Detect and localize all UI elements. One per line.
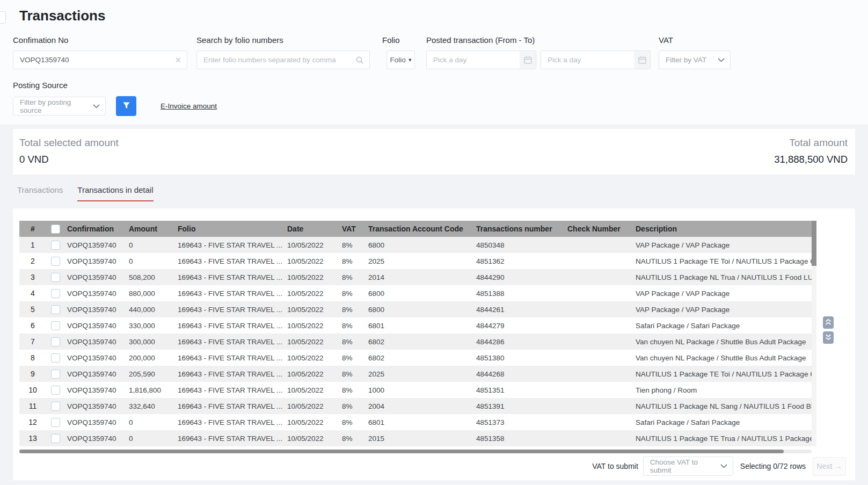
scroll-to-top-button[interactable]	[823, 316, 834, 329]
cell-confirmation: VOPQ1359740	[64, 301, 126, 317]
cell-date: 10/05/2022	[285, 366, 339, 382]
posting-source-dropdown[interactable]: Filter by posting source	[13, 97, 106, 115]
cell-folio: 169643 - FIVE STAR TRAVEL ...	[175, 366, 285, 382]
table-row: 9VOPQ1359740205,590169643 - FIVE STAR TR…	[19, 366, 812, 382]
cell-description: VAP Package / VAP Package	[633, 301, 812, 317]
calendar-icon[interactable]	[634, 51, 650, 69]
horizontal-scrollbar-thumb[interactable]	[19, 450, 784, 453]
cell-check_number	[565, 317, 633, 334]
cell-num: 8	[19, 350, 46, 366]
caret-down-icon: ▾	[409, 56, 412, 63]
cell-vat: 8%	[339, 237, 366, 253]
cell-amount: 508,200	[126, 269, 175, 285]
folio-dropdown-button[interactable]: Folio ▾	[386, 50, 415, 69]
cell-amount: 0	[126, 237, 175, 253]
transactions-table-card: # Confirmation Amount Folio Date VAT Tra…	[13, 208, 855, 480]
cell-date: 10/05/2022	[285, 334, 339, 350]
cell-confirmation: VOPQ1359740	[64, 382, 126, 398]
cell-select	[46, 382, 64, 398]
folio-dropdown-label: Folio	[390, 56, 406, 64]
cell-description: VAP Package / VAP Package	[633, 285, 812, 301]
cell-confirmation: VOPQ1359740	[64, 350, 126, 366]
cell-select	[46, 253, 64, 269]
row-checkbox[interactable]	[51, 241, 60, 250]
col-txn-number: Transactions number	[473, 221, 565, 237]
total-amount-block: Total amount 31,888,500 VND	[774, 137, 848, 175]
col-confirmation: Confirmation	[64, 221, 126, 237]
cell-vat: 8%	[339, 301, 366, 317]
cell-vat: 8%	[339, 430, 366, 446]
scroll-to-bottom-button[interactable]	[823, 331, 834, 344]
filter-section: Transactions Confimation No ✕ Search by …	[0, 0, 868, 125]
scroll-jump-buttons	[823, 316, 834, 344]
cell-check_number	[565, 366, 633, 382]
row-checkbox[interactable]	[51, 321, 60, 330]
tab-transactions[interactable]: Transactions	[17, 185, 63, 201]
tab-transactions-in-detail[interactable]: Transactions in detail	[77, 185, 153, 201]
apply-filter-button[interactable]	[116, 96, 136, 116]
edge-partial-box[interactable]	[0, 11, 6, 24]
table-row: 2VOPQ13597400169643 - FIVE STAR TRAVEL .…	[19, 253, 812, 269]
double-chevron-down-icon	[825, 334, 831, 342]
cell-description: Tien phong / Room	[633, 382, 812, 398]
row-checkbox[interactable]	[51, 370, 60, 379]
cell-vat: 8%	[339, 414, 366, 430]
date-from-input[interactable]	[433, 56, 516, 64]
cell-amount: 0	[126, 253, 175, 269]
table-row: 10VOPQ13597401,816,800169643 - FIVE STAR…	[19, 382, 812, 398]
col-num: #	[19, 221, 46, 237]
select-all-checkbox[interactable]	[51, 225, 60, 234]
row-checkbox[interactable]	[51, 289, 60, 298]
cell-account_code: 6800	[366, 237, 473, 253]
cell-account_code: 1000	[366, 382, 473, 398]
folio-search-input[interactable]	[203, 56, 352, 64]
vat-to-submit-dropdown[interactable]: Choose VAT to submit	[643, 457, 733, 476]
row-checkbox[interactable]	[51, 418, 60, 427]
row-checkbox[interactable]	[51, 402, 60, 411]
chevron-down-icon	[718, 58, 725, 62]
cell-description: Van chuyen NL Package / Shuttle Bus Adul…	[633, 350, 812, 366]
date-from-box	[426, 50, 536, 69]
row-checkbox[interactable]	[51, 305, 60, 314]
einvoice-amount-link[interactable]: E-Invoice amount	[161, 102, 217, 110]
table-footer: VAT to submit Choose VAT to submit Selec…	[592, 457, 846, 476]
folio-label: Folio	[382, 35, 415, 45]
row-checkbox[interactable]	[51, 386, 60, 395]
cell-description: Safari Package / Safari Package	[633, 317, 812, 334]
col-check-number: Check Number	[565, 221, 633, 237]
cell-num: 4	[19, 285, 46, 301]
next-button[interactable]: Next →	[813, 457, 846, 476]
cell-select	[46, 285, 64, 301]
vertical-scrollbar-thumb[interactable]	[812, 221, 816, 266]
cell-folio: 169643 - FIVE STAR TRAVEL ...	[175, 334, 285, 350]
total-amount-value: 31,888,500 VND	[774, 154, 848, 165]
cell-folio: 169643 - FIVE STAR TRAVEL ...	[175, 317, 285, 334]
vat-dropdown[interactable]: Filter by VAT	[659, 50, 731, 69]
vat-filter: VAT Filter by VAT	[659, 35, 731, 69]
row-checkbox[interactable]	[51, 337, 60, 346]
clear-icon[interactable]: ✕	[171, 55, 181, 65]
horizontal-scrollbar[interactable]	[19, 450, 812, 453]
table-row: 8VOPQ1359740200,000169643 - FIVE STAR TR…	[19, 350, 812, 366]
confirmation-input[interactable]	[20, 56, 171, 64]
row-checkbox[interactable]	[51, 257, 60, 266]
row-checkbox[interactable]	[51, 353, 60, 363]
vertical-scrollbar[interactable]	[812, 221, 816, 446]
row-checkbox[interactable]	[51, 434, 60, 443]
col-folio: Folio	[175, 221, 285, 237]
totals-card: Total selected amount 0 VND Total amount…	[13, 129, 855, 175]
vat-dropdown-placeholder: Filter by VAT	[666, 56, 706, 64]
total-amount-label: Total amount	[774, 137, 848, 149]
calendar-icon[interactable]	[520, 51, 536, 69]
row-checkbox[interactable]	[51, 273, 60, 282]
cell-amount: 440,000	[126, 301, 175, 317]
search-icon	[355, 56, 364, 64]
cell-select	[46, 237, 64, 253]
table-row: 13VOPQ13597400169643 - FIVE STAR TRAVEL …	[19, 430, 812, 446]
tab-bar: Transactions Transactions in detail	[17, 185, 154, 201]
cell-folio: 169643 - FIVE STAR TRAVEL ...	[175, 350, 285, 366]
cell-account_code: 6800	[366, 285, 473, 301]
cell-confirmation: VOPQ1359740	[64, 414, 126, 430]
date-to-input[interactable]	[548, 56, 631, 64]
cell-date: 10/05/2022	[285, 269, 339, 285]
